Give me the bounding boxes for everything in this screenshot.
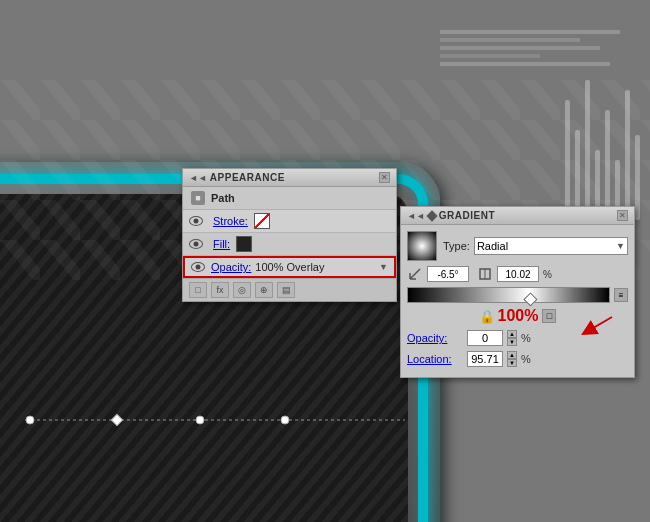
fill-visibility-eye[interactable]: [189, 239, 203, 249]
gradient-bar[interactable]: [407, 287, 610, 303]
svg-point-5: [196, 416, 204, 424]
stroke-label[interactable]: Stroke:: [213, 215, 248, 227]
ratio-icon: [477, 266, 493, 282]
opacity-label[interactable]: Opacity:: [211, 261, 251, 273]
gradient-type-row: Type: Radial ▼: [407, 231, 628, 261]
bar-right-icons: ≡: [614, 288, 628, 302]
svg-line-9: [588, 317, 612, 331]
path-icon-symbol: ■: [195, 193, 200, 203]
opacity-field-value[interactable]: 0: [467, 330, 503, 346]
type-label: Type:: [443, 240, 470, 252]
appearance-title: APPEARANCE: [210, 172, 285, 183]
opacity-field-unit: %: [521, 332, 531, 344]
type-select-area: Type: Radial ▼: [443, 237, 628, 255]
gradient-bar-container: ≡: [407, 287, 628, 303]
appearance-toolbar: □ fx ◎ ⊕ ▤: [183, 278, 396, 301]
ratio-input[interactable]: 10.02: [497, 266, 539, 282]
gradient-100-row: 🔒 100% □: [407, 307, 628, 325]
gradient-content: Type: Radial ▼ -6.5°: [401, 225, 634, 377]
eye-inner-fill: [194, 242, 199, 247]
stroke-visibility-eye[interactable]: [189, 216, 203, 226]
opacity-dropdown-arrow[interactable]: ▼: [379, 262, 388, 272]
gradient-location-row: Location: 95.71 ▲ ▼ %: [407, 350, 628, 368]
add-btn[interactable]: ⊕: [255, 282, 273, 298]
eye-outer-opacity: [191, 262, 205, 272]
effects-btn[interactable]: fx: [211, 282, 229, 298]
stroke-row: Stroke:: [183, 210, 396, 233]
fill-row: Fill:: [183, 233, 396, 256]
ratio-value: 10.02: [505, 269, 530, 280]
angle-input[interactable]: -6.5°: [427, 266, 469, 282]
fill-label[interactable]: Fill:: [213, 238, 230, 250]
appearance-close-btn[interactable]: ✕: [379, 172, 390, 183]
appearance-titlebar: ◄◄ APPEARANCE ✕: [183, 169, 396, 187]
top-bar: [440, 30, 620, 34]
location-stepper[interactable]: ▲ ▼: [507, 351, 517, 367]
opacity-visibility-eye[interactable]: [191, 262, 205, 272]
delete-btn[interactable]: ▤: [277, 282, 295, 298]
location-field-number: 95.71: [471, 353, 499, 365]
ratio-unit: %: [543, 269, 552, 280]
path-guide-area: [25, 410, 550, 432]
top-bar: [440, 46, 600, 50]
gradient-controls: ✕: [617, 210, 628, 221]
lock-icon-left: 🔒: [479, 309, 495, 324]
appearance-panel: ◄◄ APPEARANCE ✕ ■ Path Stroke: Fil: [182, 168, 397, 302]
location-field-unit: %: [521, 353, 531, 365]
angle-value: -6.5°: [437, 269, 458, 280]
eye-inner-opacity: [196, 265, 201, 270]
appearance-controls: ✕: [379, 172, 390, 183]
location-stepper-down[interactable]: ▼: [507, 359, 517, 367]
gradient-preview[interactable]: [407, 231, 437, 261]
svg-point-3: [26, 416, 34, 424]
gradient-titlebar: ◄◄ GRADIENT ✕: [401, 207, 634, 225]
svg-point-6: [281, 416, 289, 424]
opacity-row: Opacity: 100% Overlay ▼: [183, 256, 396, 278]
type-select[interactable]: Radial ▼: [474, 237, 628, 255]
new-layer-btn[interactable]: □: [189, 282, 207, 298]
opacity-field-number: 0: [482, 332, 488, 344]
duplicate-btn[interactable]: ◎: [233, 282, 251, 298]
gradient-close-btn[interactable]: ✕: [617, 210, 628, 221]
svg-rect-4: [111, 414, 122, 425]
gradient-title: GRADIENT: [439, 210, 495, 221]
angle-icon: [407, 266, 423, 282]
angle-row: -6.5° 10.02 %: [407, 266, 628, 282]
gradient-diamond-icon: [426, 210, 437, 221]
collapse-arrows-gradient[interactable]: ◄◄: [407, 211, 425, 221]
stroke-swatch[interactable]: [254, 213, 270, 229]
eye-outer-fill: [189, 239, 203, 249]
red-arrow-container: [578, 313, 614, 337]
gradient-panel: ◄◄ GRADIENT ✕ Type: Radial ▼: [400, 206, 635, 378]
gradient-100-label: 100%: [498, 307, 539, 325]
path-header: ■ Path: [183, 187, 396, 210]
path-icon: ■: [191, 191, 205, 205]
top-bar: [440, 54, 540, 58]
location-field-value[interactable]: 95.71: [467, 351, 503, 367]
opacity-stepper[interactable]: ▲ ▼: [507, 330, 517, 346]
collapse-arrows-appearance[interactable]: ◄◄: [189, 173, 207, 183]
location-stepper-up[interactable]: ▲: [507, 351, 517, 359]
gradient-stop-icon-right[interactable]: □: [542, 309, 556, 323]
opacity-stepper-up[interactable]: ▲: [507, 330, 517, 338]
gradient-menu-icon[interactable]: ≡: [614, 288, 628, 302]
top-bar: [440, 62, 610, 66]
top-bar: [440, 38, 580, 42]
location-field-label[interactable]: Location:: [407, 353, 463, 365]
opacity-stepper-down[interactable]: ▼: [507, 338, 517, 346]
select-arrow-icon: ▼: [616, 241, 625, 251]
gradient-stop-handle[interactable]: [523, 292, 537, 306]
eye-outer: [189, 216, 203, 226]
fill-swatch[interactable]: [236, 236, 252, 252]
path-name: Path: [211, 192, 235, 204]
opacity-value: 100% Overlay: [255, 261, 324, 273]
opacity-field-label[interactable]: Opacity:: [407, 332, 463, 344]
eye-inner: [194, 219, 199, 224]
type-value: Radial: [477, 240, 508, 252]
top-bars: [440, 30, 620, 66]
